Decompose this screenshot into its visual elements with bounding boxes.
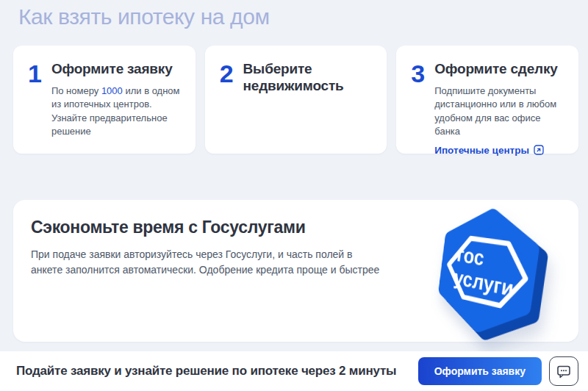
- submit-application-button[interactable]: Оформить заявку: [418, 357, 542, 385]
- step-content: Выберите недвижимость: [243, 60, 376, 142]
- gosuslugi-section: Сэкономьте время с Госуслугами При подач…: [13, 200, 578, 342]
- gosuslugi-logo: гос услуги: [415, 201, 555, 341]
- step-content: Оформите сделку Подпишите документы дист…: [434, 60, 567, 142]
- gosuslugi-description: При подаче заявки авторизуйтесь через Го…: [31, 247, 384, 278]
- steps-row: 1 Оформите заявку По номеру 1000 или в о…: [13, 46, 578, 154]
- chat-button[interactable]: [549, 356, 578, 386]
- step-title: Оформите сделку: [434, 60, 567, 77]
- step-number: 3: [411, 61, 425, 142]
- gosuslugi-title: Сэкономьте время с Госуслугами: [31, 218, 402, 237]
- step-title: Оформите заявку: [51, 60, 184, 77]
- chat-icon: [555, 362, 573, 380]
- step-card-1: 1 Оформите заявку По номеру 1000 или в о…: [13, 46, 196, 154]
- gosuslugi-logo-text-line1: гос: [456, 242, 486, 270]
- step-content: Оформите заявку По номеру 1000 или в одн…: [51, 60, 184, 142]
- bottom-bar: Подайте заявку и узнайте решение по ипот…: [0, 351, 588, 391]
- step-title: Выберите недвижимость: [243, 60, 376, 94]
- mortgage-centers-link-label: Ипотечные центры: [434, 145, 529, 156]
- bottom-bar-text: Подайте заявку и узнайте решение по ипот…: [16, 364, 396, 379]
- step-number: 1: [28, 61, 42, 142]
- step-card-2: 2 Выберите недвижимость: [205, 46, 387, 154]
- gosuslugi-logo-text-line2: услуги: [453, 265, 515, 302]
- step-card-3: 3 Оформите сделку Подпишите документы ди…: [396, 46, 578, 154]
- step-description: Подпишите документы дистанционно или в л…: [434, 85, 567, 138]
- step-description: По номеру 1000 или в одном из ипотечных …: [51, 85, 184, 138]
- external-link-icon: [534, 145, 544, 155]
- mortgage-centers-link[interactable]: Ипотечные центры: [434, 145, 544, 156]
- phone-link[interactable]: 1000: [101, 85, 123, 96]
- step-description-text: По номеру: [51, 85, 101, 96]
- step-number: 2: [220, 61, 234, 142]
- page-title: Как взять ипотеку на дом: [18, 4, 270, 29]
